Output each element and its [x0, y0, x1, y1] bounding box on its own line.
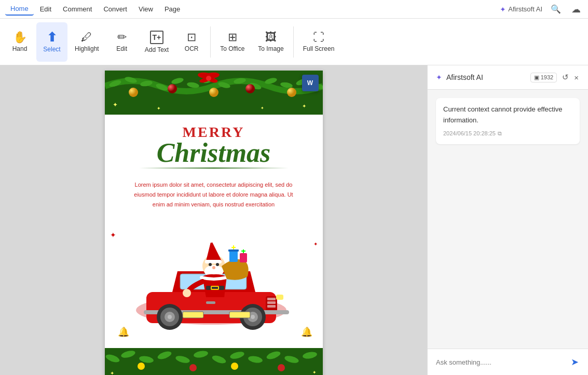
svg-point-72 — [138, 363, 145, 370]
svg-rect-34 — [276, 295, 283, 300]
svg-rect-58 — [240, 253, 247, 262]
highlight-icon: 🖊 — [81, 32, 92, 43]
cloud-icon-button[interactable]: ☁ — [569, 2, 583, 17]
hand-label: Hand — [12, 45, 28, 52]
hand-icon: ✋ — [13, 32, 27, 43]
svg-point-55 — [183, 289, 191, 297]
ai-panel: ✦ Afirstsoft AI ▣ 1932 ↺ × Current conte… — [427, 65, 588, 375]
card-text-area: MERRY Christmas — [105, 115, 323, 174]
ocr-button[interactable]: ⊡ OCR — [176, 22, 207, 62]
ai-message-bubble: Current context cannot provide effective… — [436, 98, 580, 144]
svg-rect-29 — [206, 301, 215, 304]
garland-svg: ✦ ✦ ✦ ✦ — [105, 71, 323, 115]
svg-point-75 — [278, 364, 285, 371]
svg-rect-32 — [267, 301, 276, 304]
deco-star-left: ✦ — [110, 231, 116, 239]
svg-text:✦: ✦ — [157, 106, 161, 111]
ai-chat-body[interactable]: Current context cannot provide effective… — [428, 90, 588, 349]
ai-close-button[interactable]: × — [573, 72, 580, 83]
edit-tool-button[interactable]: ✏ Edit — [106, 22, 138, 62]
svg-point-19 — [287, 88, 296, 97]
svg-point-43 — [251, 315, 255, 319]
footer-garland-svg: ✦ ✦ — [105, 348, 323, 375]
svg-text:✦: ✦ — [113, 101, 118, 108]
menu-item-convert[interactable]: Convert — [98, 3, 132, 15]
svg-text:✦: ✦ — [312, 370, 317, 375]
ocr-icon: ⊡ — [187, 32, 196, 43]
add-text-button[interactable]: T+ Add Text — [139, 22, 175, 62]
svg-point-20 — [206, 76, 211, 81]
svg-point-18 — [245, 84, 255, 93]
word-icon-button[interactable]: W — [302, 75, 319, 91]
to-image-icon: 🖼 — [265, 32, 277, 43]
ai-panel-title: Afirstsoft AI — [446, 73, 526, 81]
ai-input-area: ➤ — [428, 349, 588, 375]
svg-text:✦: ✦ — [261, 106, 264, 110]
search-button[interactable]: 🔍 — [549, 2, 563, 16]
ocr-label: OCR — [185, 45, 199, 52]
to-office-label: To Office — [220, 45, 244, 52]
ai-panel-icons: ↺ × — [561, 72, 580, 83]
message-timestamp: 2024/06/15 20:28:25 — [443, 129, 496, 138]
highlight-tool-button[interactable]: 🖊 Highlight — [69, 22, 105, 62]
menu-bar-right: ✦ Afirstsoft AI 🔍 ☁ — [500, 2, 583, 17]
add-text-icon: T+ — [150, 31, 163, 44]
token-count: 1932 — [541, 74, 553, 80]
svg-point-74 — [231, 363, 238, 370]
word-icon: W — [307, 79, 313, 87]
main-content: ✦ ✦ ✦ ✦ — [0, 65, 588, 375]
svg-rect-47 — [205, 260, 222, 263]
ai-panel-star-icon: ✦ — [436, 73, 442, 81]
menu-item-edit[interactable]: Edit — [35, 3, 57, 15]
ai-message-text: Current context cannot provide effective… — [443, 105, 563, 124]
ai-send-button[interactable]: ➤ — [570, 355, 580, 369]
ai-token-badge: ▣ 1932 — [530, 73, 557, 82]
ai-badge: ✦ Afirstsoft AI — [500, 5, 542, 13]
svg-rect-33 — [267, 305, 276, 308]
deco-bell-left: 🔔 — [118, 326, 129, 338]
to-image-button[interactable]: 🖼 To Image — [252, 22, 290, 62]
menu-items: Home Edit Comment Convert View Page — [5, 3, 500, 16]
svg-rect-44 — [183, 312, 203, 318]
menu-item-page[interactable]: Page — [159, 3, 185, 15]
full-screen-icon: ⛶ — [313, 32, 324, 43]
to-office-button[interactable]: ⊞ To Office — [214, 22, 251, 62]
menu-item-view[interactable]: View — [133, 3, 158, 15]
ai-message-time: 2024/06/15 20:28:25 ⧉ — [443, 129, 572, 138]
deco-star-right: ✦ — [313, 241, 318, 247]
svg-point-17 — [209, 88, 218, 97]
token-icon: ▣ — [534, 74, 539, 81]
select-label: Select — [43, 46, 60, 53]
full-screen-button[interactable]: ⛶ Full Screen — [297, 22, 341, 62]
svg-point-39 — [168, 315, 172, 319]
menu-bar: Home Edit Comment Convert View Page ✦ Af… — [0, 0, 588, 19]
select-tool-button[interactable]: ⬆ Select — [36, 22, 67, 62]
svg-point-73 — [189, 364, 197, 371]
edit-icon: ✏ — [117, 32, 127, 43]
svg-rect-56 — [229, 251, 238, 262]
edit-label: Edit — [116, 45, 127, 52]
pdf-viewer[interactable]: ✦ ✦ ✦ ✦ — [0, 65, 427, 375]
ai-input-field[interactable] — [436, 358, 566, 366]
toolbar-divider — [210, 26, 211, 58]
ai-star-icon: ✦ — [500, 5, 506, 13]
full-screen-label: Full Screen — [303, 45, 335, 52]
hand-tool-button[interactable]: ✋ Hand — [4, 22, 35, 62]
menu-item-home[interactable]: Home — [5, 3, 34, 16]
to-image-label: To Image — [258, 45, 283, 52]
copy-icon[interactable]: ⧉ — [498, 129, 502, 138]
card-header-decoration: ✦ ✦ ✦ ✦ — [105, 71, 323, 115]
ai-panel-header: ✦ Afirstsoft AI ▣ 1932 ↺ × — [428, 65, 588, 90]
pdf-page: ✦ ✦ ✦ ✦ — [105, 71, 323, 375]
svg-rect-31 — [267, 298, 276, 300]
menu-item-comment[interactable]: Comment — [58, 3, 97, 15]
svg-text:✦: ✦ — [110, 370, 114, 375]
deco-bell-right: 🔔 — [301, 326, 312, 338]
svg-point-52 — [212, 266, 215, 269]
select-icon: ⬆ — [47, 31, 57, 44]
svg-point-48 — [209, 238, 214, 243]
svg-point-51 — [216, 263, 219, 266]
ai-refresh-button[interactable]: ↺ — [561, 72, 570, 83]
santa-illustration: ✦ ✦ 🔔 🔔 — [105, 215, 323, 348]
christmas-card: ✦ ✦ ✦ ✦ — [105, 71, 323, 375]
